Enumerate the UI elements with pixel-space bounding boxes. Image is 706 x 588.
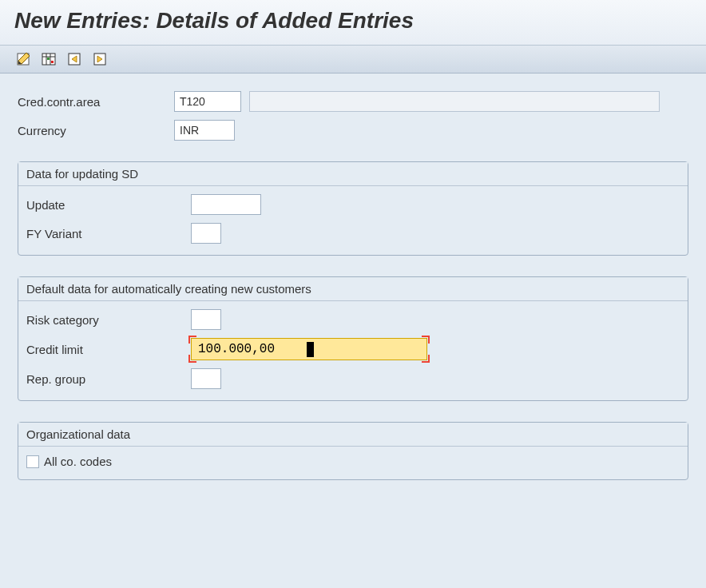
- group-org-title: Organizational data: [18, 423, 688, 447]
- group-default: Default data for automatically creating …: [18, 276, 688, 401]
- nav-prev-icon[interactable]: [65, 50, 83, 68]
- focus-corner-icon: [422, 355, 430, 363]
- all-co-codes-label: All co. codes: [44, 455, 112, 468]
- credit-limit-input[interactable]: [191, 338, 427, 360]
- risk-category-input[interactable]: [191, 309, 221, 330]
- focus-corner-icon: [422, 336, 430, 344]
- update-input[interactable]: [191, 194, 261, 215]
- group-org: Organizational data All co. codes: [18, 422, 688, 480]
- title-bar: New Entries: Details of Added Entries: [0, 0, 706, 46]
- all-co-codes-checkbox[interactable]: [26, 455, 39, 468]
- risk-category-row: Risk category: [26, 309, 680, 330]
- currency-input[interactable]: [174, 120, 235, 141]
- cred-contr-area-label: Cred.contr.area: [18, 95, 174, 109]
- group-default-body: Risk category Credit limit Rep. group: [18, 301, 688, 400]
- update-row: Update: [26, 194, 680, 215]
- group-default-title: Default data for automatically creating …: [18, 277, 688, 301]
- svg-rect-6: [51, 61, 54, 63]
- fy-variant-label: FY Variant: [26, 227, 191, 240]
- top-fields: Cred.contr.area Currency: [18, 91, 688, 141]
- currency-label: Currency: [18, 124, 174, 137]
- credit-limit-row: Credit limit: [26, 338, 680, 360]
- focus-corner-icon: [188, 336, 196, 344]
- credit-limit-wrap: [191, 338, 427, 360]
- cred-contr-area-input[interactable]: [174, 91, 241, 112]
- credit-limit-label: Credit limit: [26, 343, 191, 356]
- cred-contr-area-desc-input[interactable]: [249, 91, 660, 112]
- currency-row: Currency: [18, 120, 688, 141]
- edit-icon[interactable]: [14, 50, 32, 68]
- group-sd-body: Update FY Variant: [18, 186, 688, 255]
- toolbar: [0, 46, 706, 74]
- table-settings-icon[interactable]: [40, 50, 58, 68]
- group-org-body: All co. codes: [18, 447, 688, 479]
- cred-contr-area-row: Cred.contr.area: [18, 91, 688, 112]
- all-co-codes-row[interactable]: All co. codes: [26, 455, 680, 468]
- group-sd-title: Data for updating SD: [18, 162, 688, 186]
- update-label: Update: [26, 198, 191, 212]
- rep-group-label: Rep. group: [26, 372, 191, 386]
- page-title: New Entries: Details of Added Entries: [14, 8, 692, 34]
- svg-rect-5: [47, 58, 50, 60]
- focus-corner-icon: [188, 355, 196, 363]
- risk-category-label: Risk category: [26, 313, 191, 327]
- nav-next-icon[interactable]: [91, 50, 109, 68]
- rep-group-row: Rep. group: [26, 368, 680, 389]
- fy-variant-row: FY Variant: [26, 223, 680, 244]
- group-sd: Data for updating SD Update FY Variant: [18, 161, 688, 256]
- rep-group-input[interactable]: [191, 368, 221, 389]
- fy-variant-input[interactable]: [191, 223, 221, 244]
- content-area: Cred.contr.area Currency Data for updati…: [0, 74, 706, 480]
